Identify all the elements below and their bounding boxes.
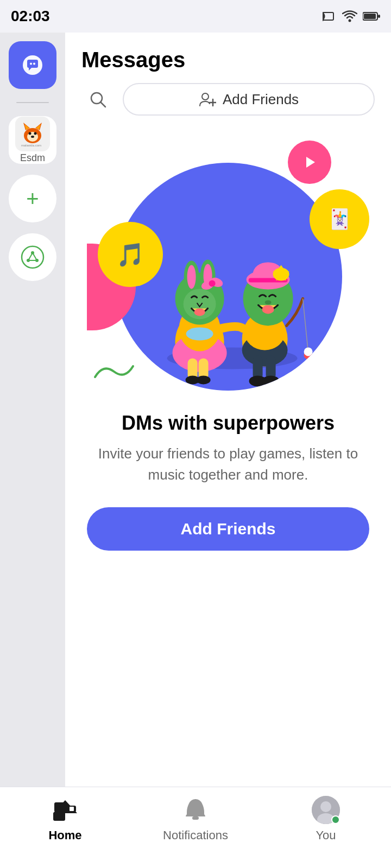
svg-point-15 [29, 132, 31, 135]
add-friends-label: Add Friends [223, 91, 299, 108]
promo-title: DMs with superpowers [122, 412, 335, 435]
status-icons [323, 10, 380, 22]
promo-description: Invite your friends to play games, liste… [81, 443, 375, 486]
deco-card-circle: 🃏 [310, 189, 369, 249]
svg-point-63 [262, 305, 274, 314]
home-icon [51, 796, 79, 824]
svg-point-56 [262, 375, 280, 386]
app-container: malavida.com Esdm + Messages [0, 33, 391, 868]
nav-item-you[interactable]: You [272, 796, 380, 843]
svg-line-27 [100, 102, 105, 107]
svg-point-19 [22, 246, 43, 268]
svg-rect-72 [53, 812, 65, 821]
battery-icon [363, 11, 380, 21]
svg-line-23 [28, 253, 33, 260]
svg-rect-4 [364, 14, 376, 19]
illustration-area: 🎵 🃏 [65, 124, 391, 868]
svg-point-44 [187, 265, 196, 289]
wifi-icon [342, 10, 357, 22]
nav-item-home[interactable]: Home [11, 796, 119, 843]
svg-point-47 [194, 308, 205, 316]
svg-point-16 [34, 132, 37, 135]
notifications-nav-label: Notifications [163, 828, 228, 843]
svg-point-40 [186, 327, 213, 340]
cast-icon [323, 10, 337, 22]
characters-svg [129, 190, 336, 391]
search-button[interactable] [81, 83, 114, 116]
svg-text:malavida.com: malavida.com [21, 144, 41, 147]
svg-marker-31 [306, 157, 315, 168]
svg-rect-73 [70, 807, 74, 811]
deco-squiggle [92, 361, 136, 385]
status-time: 02:03 [11, 8, 50, 25]
bottom-nav: Home Notifications You [0, 787, 391, 868]
svg-point-17 [31, 136, 34, 138]
svg-point-7 [30, 63, 32, 65]
svg-point-50 [209, 280, 216, 286]
svg-line-65 [303, 298, 308, 353]
status-bar: 02:03 [0, 0, 391, 33]
discover-icon [21, 245, 45, 269]
svg-rect-74 [192, 816, 199, 820]
home-nav-label: Home [48, 828, 81, 843]
svg-point-64 [265, 300, 272, 304]
card-icon: 🃏 [327, 208, 352, 231]
deco-play-circle [288, 141, 331, 184]
svg-point-28 [202, 93, 209, 100]
sidebar-item-esdm[interactable]: malavida.com Esdm [9, 116, 56, 164]
sidebar-divider [16, 102, 49, 103]
add-icon: + [26, 188, 39, 209]
sidebar-discover-button[interactable] [9, 233, 56, 281]
page-title: Messages [81, 48, 375, 72]
search-icon [88, 90, 108, 109]
sidebar: malavida.com Esdm + [0, 33, 65, 868]
you-nav-label: You [316, 828, 336, 843]
illustration-wrapper: 🎵 🃏 [81, 135, 375, 395]
add-friends-cta-button[interactable]: Add Friends [87, 507, 369, 551]
svg-point-8 [33, 63, 35, 65]
sidebar-item-messages[interactable] [9, 41, 56, 89]
sidebar-esdm-label: Esdm [20, 152, 45, 164]
deco-music-circle: 🎵 [98, 222, 163, 287]
add-person-icon [199, 92, 216, 107]
notifications-icon [181, 796, 210, 824]
nav-item-notifications[interactable]: Notifications [141, 796, 250, 843]
you-avatar-wrapper [312, 796, 340, 824]
main-content: Messages Add Friends [65, 33, 391, 868]
svg-line-24 [33, 253, 37, 260]
add-friends-header-button[interactable]: Add Friends [123, 83, 375, 116]
search-row: Add Friends [81, 83, 375, 116]
header: Messages Add Friends [65, 33, 391, 124]
add-friends-cta-label: Add Friends [180, 520, 275, 538]
svg-point-2 [349, 20, 351, 22]
svg-point-38 [197, 375, 211, 384]
music-icon: 🎵 [116, 241, 144, 268]
online-status-dot [331, 815, 340, 824]
svg-point-76 [320, 801, 331, 812]
play-icon [302, 155, 317, 170]
sidebar-add-button[interactable]: + [9, 175, 56, 222]
svg-point-67 [304, 347, 313, 356]
svg-rect-5 [378, 15, 380, 18]
